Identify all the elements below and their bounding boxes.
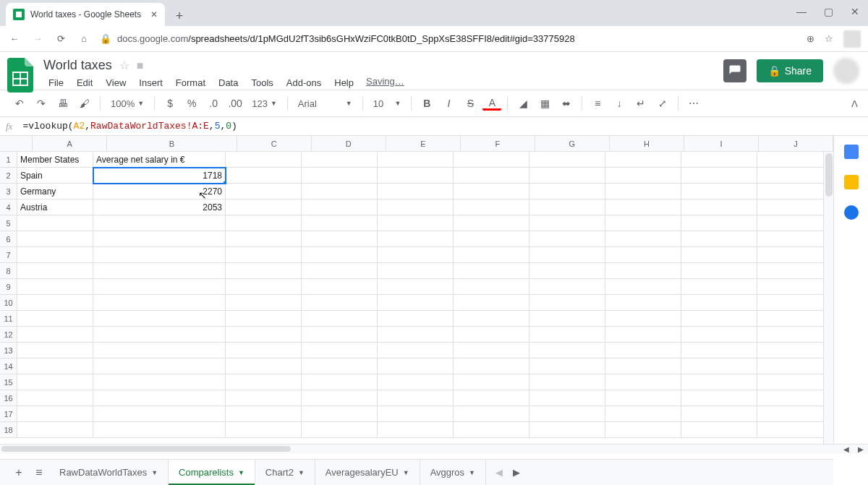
add-sheet-button[interactable]: + <box>9 463 29 483</box>
cell-F13[interactable] <box>454 343 529 359</box>
cell-E13[interactable] <box>378 343 454 359</box>
cell-B6[interactable] <box>93 231 226 247</box>
menu-help[interactable]: Help <box>329 76 359 90</box>
cell-I1[interactable] <box>681 152 757 168</box>
text-color-button[interactable]: A <box>482 96 501 111</box>
zoom-select[interactable]: 100%▼ <box>106 98 148 109</box>
cell-I14[interactable] <box>681 359 757 374</box>
cell-E3[interactable] <box>378 184 454 199</box>
cell-F7[interactable] <box>454 247 529 263</box>
profile-avatar[interactable] <box>843 30 861 48</box>
undo-button[interactable]: ↶ <box>10 94 29 113</box>
cell-A14[interactable] <box>17 359 93 374</box>
cell-E5[interactable] <box>378 215 454 231</box>
col-header[interactable]: E <box>386 136 461 151</box>
percent-button[interactable]: % <box>182 94 201 113</box>
cell-J6[interactable] <box>757 231 833 247</box>
cell-F16[interactable] <box>454 390 529 406</box>
currency-button[interactable]: $ <box>161 94 179 113</box>
cell-F14[interactable] <box>454 359 529 374</box>
browser-tab[interactable]: World taxes - Google Sheets ✕ <box>6 3 165 26</box>
cell-F11[interactable] <box>454 311 529 327</box>
cell-B7[interactable] <box>93 247 226 263</box>
row-header[interactable]: 8 <box>0 263 17 279</box>
home-button[interactable]: ⌂ <box>77 32 91 46</box>
row-header[interactable]: 13 <box>0 343 17 359</box>
cell-H15[interactable] <box>605 374 681 390</box>
sheet-tab-menu-icon[interactable]: ▼ <box>238 469 244 476</box>
sheet-tab[interactable]: Chart2▼ <box>255 460 315 486</box>
decrease-decimal-button[interactable]: .0 <box>204 94 223 113</box>
cell-D16[interactable] <box>302 390 378 406</box>
menu-format[interactable]: Format <box>171 76 210 90</box>
cell-D10[interactable] <box>302 295 378 311</box>
row-header[interactable]: 16 <box>0 390 17 406</box>
new-tab-button[interactable]: + <box>169 6 190 26</box>
cell-F18[interactable] <box>454 422 529 438</box>
sheet-tab[interactable]: Comparelists▼ <box>169 460 255 486</box>
more-button[interactable]: ⋯ <box>684 94 703 113</box>
cell-H5[interactable] <box>605 215 681 231</box>
cell-B12[interactable] <box>93 327 226 343</box>
scroll-right-icon[interactable]: ▶ <box>858 445 864 453</box>
cell-B17[interactable] <box>93 406 226 422</box>
cell-C10[interactable] <box>226 295 302 311</box>
cell-G17[interactable] <box>529 406 605 422</box>
cell-C2[interactable] <box>226 168 302 184</box>
cell-E4[interactable] <box>378 199 454 215</box>
cell-H1[interactable] <box>605 152 681 168</box>
collapse-toolbar-icon[interactable]: ᐱ <box>851 98 858 109</box>
cell-E9[interactable] <box>378 279 454 295</box>
cell-B15[interactable] <box>93 374 226 390</box>
account-avatar[interactable] <box>833 58 859 84</box>
cell-F4[interactable] <box>454 199 529 215</box>
cell-C17[interactable] <box>226 406 302 422</box>
cell-G18[interactable] <box>529 422 605 438</box>
sheets-logo-icon[interactable] <box>7 58 36 87</box>
cell-A5[interactable] <box>17 215 93 231</box>
row-header[interactable]: 6 <box>0 231 17 247</box>
row-header[interactable]: 14 <box>0 359 17 374</box>
col-header[interactable]: D <box>312 136 386 151</box>
paint-format-button[interactable]: 🖌 <box>75 94 94 113</box>
cell-A1[interactable]: Member States <box>17 152 93 168</box>
share-button[interactable]: 🔒 Share <box>757 59 823 82</box>
cell-D3[interactable] <box>302 184 378 199</box>
cell-E12[interactable] <box>378 327 454 343</box>
row-header[interactable]: 2 <box>0 168 17 184</box>
sheet-tab-menu-icon[interactable]: ▼ <box>298 469 305 476</box>
cell-C8[interactable] <box>226 263 302 279</box>
menu-data[interactable]: Data <box>213 76 243 90</box>
cell-D6[interactable] <box>302 231 378 247</box>
cell-D8[interactable] <box>302 263 378 279</box>
cell-I11[interactable] <box>681 311 757 327</box>
cell-C14[interactable] <box>226 359 302 374</box>
cell-E17[interactable] <box>378 406 454 422</box>
window-maximize-icon[interactable]: ▢ <box>824 6 833 17</box>
row-header[interactable]: 3 <box>0 184 17 199</box>
cell-I18[interactable] <box>681 422 757 438</box>
number-format-select[interactable]: 123▼ <box>247 98 281 109</box>
cell-G11[interactable] <box>529 311 605 327</box>
col-header[interactable]: G <box>535 136 610 151</box>
cell-A11[interactable] <box>17 311 93 327</box>
cell-D9[interactable] <box>302 279 378 295</box>
cell-C18[interactable] <box>226 422 302 438</box>
col-header[interactable]: I <box>684 136 759 151</box>
cell-C16[interactable] <box>226 390 302 406</box>
cell-C3[interactable] <box>226 184 302 199</box>
cell-G4[interactable] <box>529 199 605 215</box>
row-header[interactable]: 7 <box>0 247 17 263</box>
cell-H7[interactable] <box>605 247 681 263</box>
sheet-tab[interactable]: Avggros▼ <box>420 460 486 486</box>
col-header[interactable]: J <box>759 136 833 151</box>
move-folder-icon[interactable]: ■ <box>137 59 144 72</box>
cell-H18[interactable] <box>605 422 681 438</box>
sheet-tab-menu-icon[interactable]: ▼ <box>469 469 475 476</box>
cell-B11[interactable] <box>93 311 226 327</box>
cell-H3[interactable] <box>605 184 681 199</box>
sheet-tab-menu-icon[interactable]: ▼ <box>151 469 158 476</box>
cell-H17[interactable] <box>605 406 681 422</box>
cell-A3[interactable]: Germany <box>17 184 93 199</box>
cell-J13[interactable] <box>757 343 833 359</box>
